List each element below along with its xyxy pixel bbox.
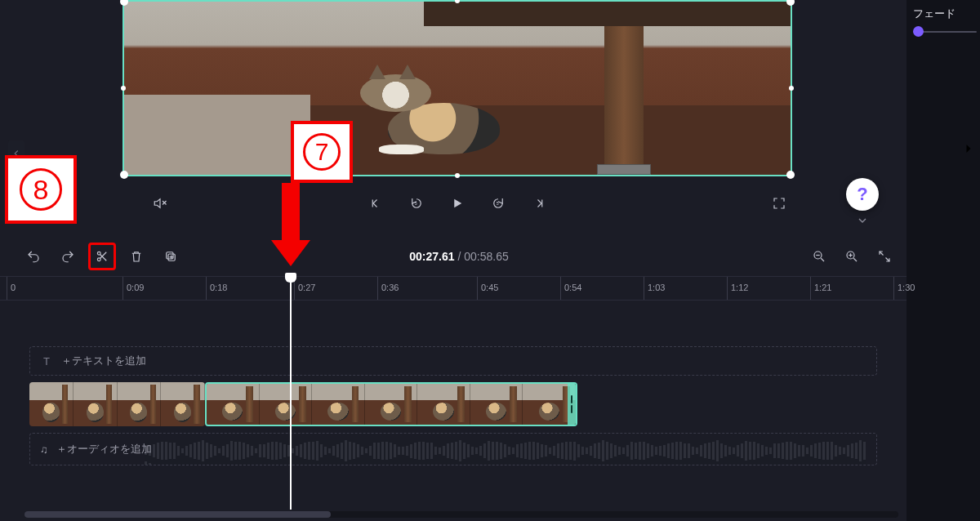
resize-handle-bm[interactable] <box>455 173 460 178</box>
clip-trim-right[interactable] <box>568 384 576 425</box>
timeline-scrollbar-thumb[interactable] <box>24 511 331 518</box>
svg-line-19 <box>853 258 857 261</box>
svg-marker-4 <box>454 199 461 208</box>
annotation-arrow-7 <box>271 183 310 266</box>
ruler-tick-label: 0:09 <box>123 283 144 292</box>
undo-button[interactable] <box>20 243 47 270</box>
ruler-tick-label: 1:03 <box>644 283 665 292</box>
resize-handle-bl[interactable] <box>120 171 128 179</box>
add-audio-label: ＋オーディオを追加 <box>56 442 152 456</box>
zoom-in-button[interactable] <box>838 243 866 270</box>
fade-slider[interactable] <box>913 31 977 33</box>
ruler-tick: 1:21 <box>810 277 811 300</box>
resize-handle-lm[interactable] <box>121 86 126 91</box>
zoom-out-button[interactable] <box>805 243 833 270</box>
timeline-ruler[interactable]: 00:090:180:270:360:450:541:031:121:211:3… <box>0 276 906 301</box>
timeline-tracks: T ＋テキストを追加 ♫ ＋オーディオを追加 <box>0 301 906 506</box>
time-total: 00:58.65 <box>464 250 509 263</box>
svg-line-23 <box>886 258 890 262</box>
add-text-track[interactable]: T ＋テキストを追加 <box>29 346 877 376</box>
preview-canvas[interactable] <box>122 0 792 176</box>
svg-point-7 <box>97 252 100 255</box>
editor-stage: フェード <box>0 0 980 521</box>
fade-slider-thumb[interactable] <box>913 26 924 37</box>
resize-handle-tr[interactable] <box>786 0 795 6</box>
ruler-tick-label: 1:30 <box>894 283 915 292</box>
ruler-tick-label: 0:54 <box>561 283 581 292</box>
video-clip-1[interactable] <box>29 382 205 426</box>
svg-line-16 <box>821 258 824 261</box>
annotation-step-8: 8 <box>5 155 77 224</box>
ruler-tick: 1:03 <box>644 277 644 300</box>
ruler-tick: 1:12 <box>727 277 728 300</box>
add-audio-track[interactable]: ♫ ＋オーディオを追加 <box>29 433 877 465</box>
ruler-tick-label: 0:27 <box>295 283 315 292</box>
ruler-tick: 0:18 <box>206 277 207 300</box>
resize-handle-br[interactable] <box>786 171 795 179</box>
chevron-right-icon[interactable] <box>960 136 977 162</box>
ruler-tick: 0:54 <box>560 277 561 300</box>
svg-text:5: 5 <box>497 201 499 206</box>
right-panel: フェード <box>906 0 980 521</box>
ruler-tick: 0:45 <box>477 277 478 300</box>
chevron-down-icon[interactable] <box>856 214 869 230</box>
ruler-tick: 1:30 <box>893 277 894 300</box>
duplicate-button[interactable] <box>157 243 185 270</box>
fade-label: フェード <box>913 7 980 21</box>
ruler-tick-label: 1:21 <box>811 283 831 292</box>
back-5s-button[interactable]: 5 <box>403 190 430 216</box>
redo-button[interactable] <box>54 243 82 270</box>
prev-frame-button[interactable] <box>363 190 389 216</box>
delete-button[interactable] <box>122 243 150 270</box>
play-button[interactable] <box>444 190 470 216</box>
ruler-tick: 0 <box>7 277 7 300</box>
split-button[interactable] <box>88 243 116 270</box>
ruler-tick-label: 0:36 <box>378 283 399 292</box>
time-display: 00:27.61 / 00:58.65 <box>20 250 898 263</box>
preview-frame <box>124 2 791 175</box>
help-glyph: ? <box>857 184 867 205</box>
add-text-label: ＋テキストを追加 <box>61 354 146 368</box>
ruler-tick: 0:27 <box>294 277 295 300</box>
next-frame-button[interactable] <box>526 190 552 216</box>
svg-line-22 <box>880 252 884 256</box>
ruler-tick-label: 0 <box>7 283 16 292</box>
ruler-tick: 0:09 <box>122 277 123 300</box>
svg-text:5: 5 <box>415 201 417 206</box>
waveform-ghost <box>145 440 868 460</box>
forward-5s-button[interactable]: 5 <box>485 190 511 216</box>
annotation-step-7: 7 <box>291 121 353 183</box>
ruler-tick-label: 1:12 <box>728 283 748 292</box>
text-icon: T <box>40 354 53 367</box>
ruler-tick: 0:36 <box>377 277 378 300</box>
music-note-icon: ♫ <box>40 443 48 456</box>
timeline-scrollbar[interactable] <box>24 511 898 518</box>
resize-handle-rm[interactable] <box>789 86 794 91</box>
ruler-tick-label: 0:45 <box>478 283 498 292</box>
help-button[interactable]: ? <box>846 178 879 211</box>
timeline-toolbar: 00:27.61 / 00:58.65 <box>20 240 898 273</box>
svg-point-8 <box>97 258 100 261</box>
time-current: 00:27.61 <box>409 250 454 263</box>
zoom-fit-button[interactable] <box>871 243 898 270</box>
video-track <box>29 382 877 426</box>
playback-bar: 5 5 <box>122 186 792 220</box>
svg-rect-12 <box>167 252 173 259</box>
video-clip-2-selected[interactable] <box>205 382 577 426</box>
ruler-tick-label: 0:18 <box>207 283 227 292</box>
preview-canvas-wrap <box>122 0 792 176</box>
